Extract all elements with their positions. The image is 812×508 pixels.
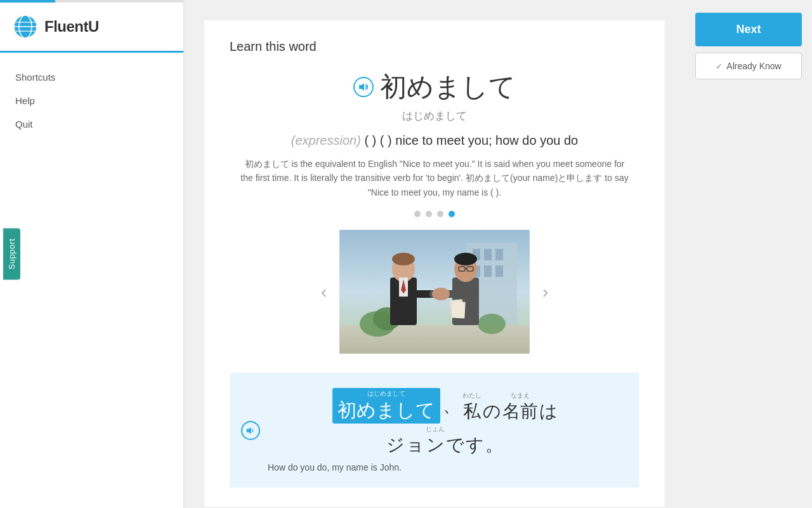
logo-text: FluentU [44,18,99,36]
sentence-line1: はじめまして 初めまして 、 わたし 私 の なまえ [268,388,622,424]
svg-point-28 [454,253,477,265]
sidebar-item-shortcuts[interactable]: Shortcuts [0,65,183,89]
svg-rect-14 [484,265,492,277]
highlighted-word: はじめまして 初めまして [332,388,440,424]
svg-rect-11 [484,249,492,260]
word-audio-button[interactable] [353,77,374,97]
char-n: じょん ン [426,424,445,457]
separator-char: 、 [443,388,461,424]
char-su: す [466,424,484,457]
content-card: Learn this word 初めまして はじめまして (expression… [204,20,665,507]
progress-bar-fill [0,0,55,3]
dot-1[interactable] [414,211,421,217]
logo-area: FluentU [0,3,183,53]
word-definition: (expression) ( ) ( ) nice to meet you; h… [230,133,639,148]
dot-2[interactable] [426,211,432,217]
part-of-speech: (expression) [291,133,361,147]
carousel-image [339,230,530,354]
char-yo: ョ [406,424,424,457]
char-watashi: わたし 私 [462,390,481,424]
char-de: で [446,424,464,457]
word-header: 初めまして [230,69,639,105]
sentence-speaker-icon [246,426,255,435]
svg-rect-12 [495,249,503,260]
next-button[interactable]: Next [695,13,802,46]
svg-rect-35 [452,302,465,319]
speaker-icon [358,82,369,92]
word-description: 初めまして is the equivalent to English "Nice… [238,157,631,199]
svg-marker-6 [359,83,364,91]
char-na: なまえ 名前 [502,390,538,424]
word-reading: はじめまして [230,109,639,123]
svg-point-33 [432,288,450,300]
already-know-button[interactable]: ✓ Already Know [695,53,802,79]
sentence-line2: ジ ョ じょん ン で す [268,424,622,457]
dot-4[interactable] [449,211,455,217]
main-word: 初めまして [380,69,516,105]
svg-point-21 [392,253,415,265]
svg-marker-36 [247,427,251,434]
handshake-illustration [339,230,530,354]
checkmark-icon: ✓ [716,62,723,71]
sidebar-nav: Shortcuts Help Quit [0,53,183,508]
sentence-audio-button[interactable] [241,421,260,440]
carousel-dots [230,211,639,217]
sidebar-item-help[interactable]: Help [0,89,183,112]
char-no: の [483,390,501,424]
carousel-prev-button[interactable]: ‹ [308,283,339,301]
svg-rect-15 [495,265,503,277]
support-tab[interactable]: Support [3,228,20,279]
highlighted-furigana: はじめまして [367,388,405,397]
carousel-next-button[interactable]: › [530,283,561,301]
right-panel: Next ✓ Already Know [685,0,812,508]
progress-bar-container [0,0,183,3]
char-period: 。 [485,424,503,457]
dot-3[interactable] [437,211,443,217]
logo-icon [13,14,38,39]
definition-text: ( ) ( ) nice to meet you; how do you do [364,133,578,147]
sidebar: FluentU Shortcuts Help Quit Support [0,0,184,508]
char-wa: は [539,390,558,424]
highlighted-kanji: 初めまして [337,397,435,424]
center-main: Learn this word 初めまして はじめまして (expression… [184,0,685,508]
sentence-translation: How do you do, my name is John. [268,462,622,472]
already-know-label: Already Know [726,61,781,71]
image-carousel: ‹ [230,230,639,354]
learn-title: Learn this word [230,39,639,54]
sidebar-item-quit[interactable]: Quit [0,112,183,136]
sentence-card: はじめまして 初めまして 、 わたし 私 の なまえ [230,373,639,488]
svg-point-18 [478,314,506,334]
char-ji: ジ [386,424,405,457]
